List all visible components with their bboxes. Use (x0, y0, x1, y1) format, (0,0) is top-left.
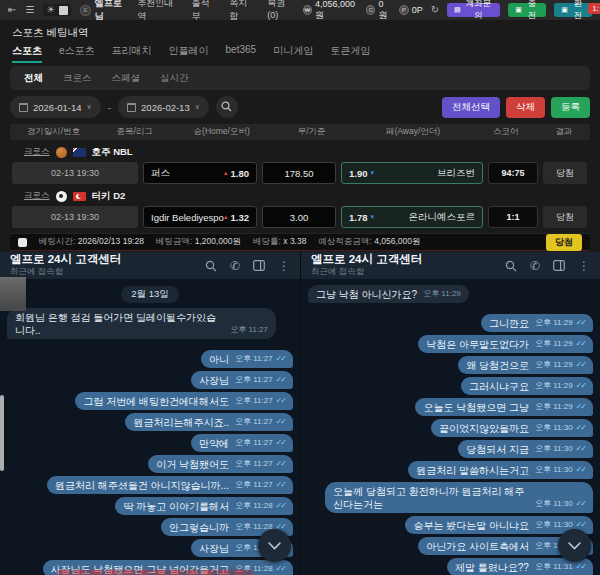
home-pick-cell[interactable]: Igdir Belediyespor▴1.32 (143, 206, 257, 228)
message-time: 오후 11:31 (535, 562, 573, 572)
basketball-icon (56, 147, 67, 158)
away-pick-cell-selected[interactable]: 1.78▾온라니예스포르 (341, 206, 483, 228)
read-checkmarks-icon: ✓✓ (276, 480, 285, 490)
subtab-0[interactable]: 전체 (24, 72, 43, 85)
search-icon[interactable] (205, 260, 217, 272)
refresh-icon[interactable]: ↻ (431, 5, 439, 15)
message-line: 사장님오후 11:28✓✓ (7, 539, 293, 557)
message-text: 원금처리 해주셨을건 아니지않습니까... (55, 479, 229, 492)
message-meta: 오후 11:30✓✓ (535, 465, 585, 476)
background-window-artifact (0, 277, 26, 311)
sub-balance-display: C 0원 (366, 0, 390, 22)
withdraw-icon: ▣ (561, 6, 568, 14)
message-line: 원금처리 말씀하시는거고오후 11:30✓✓ (308, 461, 593, 479)
chat-header[interactable]: 엘프로 24시 고객센터 최근에 접속함 ✆ ⋮ (301, 252, 600, 279)
away-pick-cell-selected[interactable]: 1.90▾브리즈번 (341, 162, 483, 184)
sidebar-toggle-icon[interactable] (253, 260, 265, 271)
date-to-picker[interactable]: 2026-02-13 ∨ (118, 96, 209, 118)
chat-title: 엘프로 24시 고객센터 (10, 253, 121, 266)
chat-message: 그니깐요오후 11:29✓✓ (481, 314, 593, 332)
chat-header[interactable]: 엘프로 24시 고객센터 최근에 접속함 ✆ ⋮ (0, 252, 300, 279)
select-all-button[interactable]: 전체선택 (442, 97, 500, 118)
country-flag-icon (73, 148, 86, 157)
kebab-menu-icon[interactable]: ⋮ (278, 260, 290, 272)
theme-toggle[interactable]: ☀ (43, 4, 71, 16)
tab-0[interactable]: 스포츠 (12, 44, 42, 63)
home-team-name: Igdir Belediyespor (151, 212, 224, 223)
odds-down-icon: ▾ (371, 169, 375, 177)
scroll-down-button[interactable] (558, 529, 591, 562)
message-meta: 오후 11:27✓✓ (235, 375, 285, 386)
message-line: 만약에오후 11:27✓✓ (7, 434, 293, 452)
chat-message: 당첨되서 지금오후 11:30✓✓ (458, 440, 593, 458)
tab-6[interactable]: 토큰게임 (330, 44, 370, 61)
away-odds: 1.90▾ (349, 168, 374, 179)
sport-tabs: 스포츠e스포츠프리매치인플레이bet365미니게임토큰게임 (10, 44, 590, 60)
chat-header-text: 엘프로 24시 고객센터 최근에 접속함 (10, 253, 121, 278)
tab-5[interactable]: 미니게임 (273, 44, 313, 61)
subtab-3[interactable]: 실시간 (160, 72, 189, 85)
message-meta: 오후 11:27✓✓ (235, 480, 285, 491)
sidebar-toggle-icon[interactable] (553, 260, 565, 271)
draw-pick-cell[interactable]: 3.00 (262, 206, 336, 228)
tab-1[interactable]: e스포츠 (59, 44, 95, 61)
message-meta: 오후 11:29 (423, 289, 461, 300)
tab-2[interactable]: 프리매치 (112, 44, 152, 61)
scroll-down-button[interactable] (258, 529, 291, 562)
bet-type-tag[interactable]: 크로스 (24, 190, 50, 202)
withdraw-button[interactable]: ▣ 환전 (554, 3, 592, 17)
search-icon (221, 100, 232, 115)
match-list: 크로스호주 NBL02-13 19:30퍼스▴1.80178.501.90▾브리… (10, 145, 590, 228)
draw-pick-cell[interactable]: 178.50 (262, 162, 336, 184)
register-button[interactable]: 등록 (551, 97, 590, 118)
league-name: 호주 NBL (92, 146, 133, 159)
message-line: 원금처리는해주시죠..오후 11:27✓✓ (7, 413, 293, 431)
date-from-picker[interactable]: 2026-01-14 ∨ (10, 96, 101, 118)
phone-icon[interactable]: ✆ (230, 260, 240, 272)
bet-checkbox[interactable] (18, 238, 27, 247)
read-checkmarks-icon: ✓✓ (576, 402, 585, 412)
message-text: 낙첨은 아무말도없다가 (426, 338, 529, 351)
calendar-icon (19, 103, 28, 112)
message-text: 오늘께 당첨되고 환전하니까 원금처리 해주신다는거는 (333, 485, 529, 511)
bet-time: 베팅시간: 2026/02/13 19:28 (39, 236, 144, 248)
away-team-name: 온라니예스포르 (409, 211, 476, 224)
read-checkmarks-icon: ✓✓ (276, 396, 285, 406)
match-time: 02-13 19:30 (12, 206, 138, 228)
chat-status: 최근에 접속함 (10, 266, 121, 278)
deposit-button[interactable]: ▣ 충전 (508, 3, 546, 17)
message-text: 그니깐요 (489, 317, 529, 330)
chat-message: 사장님오후 11:27✓✓ (191, 371, 293, 389)
chat-panel-1: 엘프로 24시 고객센터 최근에 접속함 ✆ ⋮ 오후 11:26✓✓2월 13… (0, 252, 300, 575)
delete-button[interactable]: 삭제 (506, 97, 545, 118)
column-header-1: 종목/리그 (97, 126, 172, 138)
home-pick-cell[interactable]: 퍼스▴1.80 (143, 162, 257, 184)
kebab-menu-icon[interactable]: ⋮ (578, 260, 590, 272)
chat-status: 최근에 접속함 (311, 266, 422, 278)
subtab-2[interactable]: 스페셜 (112, 72, 141, 85)
filter-row: 2026-01-14 ∨ - 2026-02-13 ∨ 전체선택 삭제 등록 (10, 96, 590, 118)
hamburger-menu-icon[interactable]: ☰ (25, 5, 34, 15)
search-icon[interactable] (505, 260, 517, 272)
message-line: 오늘께 당첨되고 환전하니까 원금처리 해주신다는거는오후 11:30✓✓ (308, 482, 593, 513)
subtab-1[interactable]: 크로스 (63, 72, 92, 85)
column-header-5: 스코어 (474, 126, 538, 138)
read-checkmarks-icon: ✓✓ (576, 339, 585, 349)
tab-4[interactable]: bet365 (226, 44, 257, 58)
table-header: 경기일시/번호종목/리그승(Home/오버)무/기준패(Away/언더)스코어결… (10, 124, 590, 140)
chat-message: 그럼 저번에 배팅한건에대해서도오후 11:27✓✓ (75, 392, 293, 410)
tab-3[interactable]: 인플레이 (169, 44, 209, 61)
message-text: 그러시냐구요 (469, 380, 529, 393)
phone-icon[interactable]: ✆ (530, 260, 540, 272)
message-line: 제말 틀렸나요??오후 11:31✓✓ (308, 558, 593, 575)
read-checkmarks-icon: ✓✓ (576, 444, 585, 454)
sidebar-collapse-icon[interactable]: ⇤ (8, 5, 16, 15)
message-line: 그러시냐구요오후 11:29✓✓ (308, 377, 593, 395)
message-time: 오후 11:28 (235, 501, 273, 511)
bet-type-tag[interactable]: 크로스 (24, 146, 50, 158)
home-team-name: 퍼스 (151, 167, 170, 180)
betting-history-section: 스포츠 베팅내역 스포츠e스포츠프리매치인플레이bet365미니게임토큰게임 전… (0, 20, 600, 252)
search-button[interactable] (216, 96, 238, 118)
account-inquiry-button[interactable]: ▤ 계좌문의 (447, 3, 500, 17)
message-text: 끝이었지않았을까요 (439, 422, 529, 435)
